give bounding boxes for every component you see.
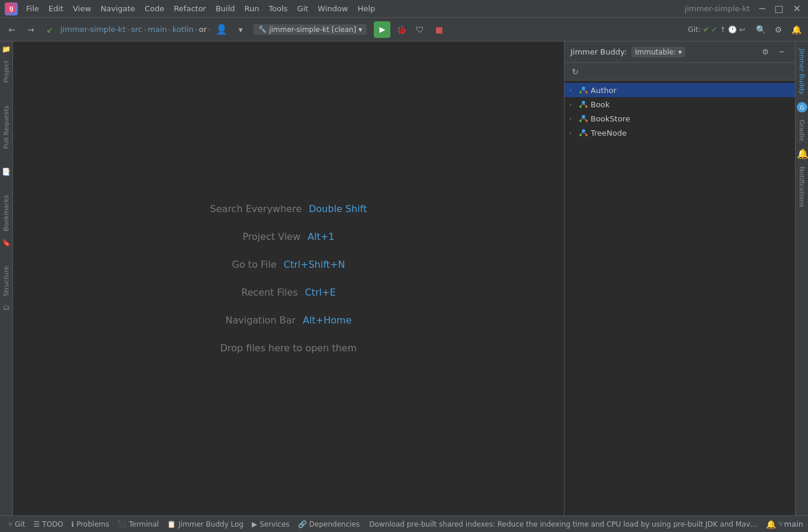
tree-label-author: Author bbox=[591, 86, 617, 95]
stop-button[interactable]: ■ bbox=[431, 21, 447, 38]
tree-item-book[interactable]: › Book bbox=[565, 97, 795, 111]
status-dependencies[interactable]: 🔗 Dependencies bbox=[294, 516, 363, 532]
panel-title: Jimmer Buddy: bbox=[570, 47, 627, 56]
right-panel-header: Jimmer Buddy: Immutable: ▾ ⚙ ─ bbox=[565, 41, 795, 63]
breadcrumb-kotlin[interactable]: kotlin bbox=[172, 25, 194, 34]
panel-minimize-button[interactable]: ─ bbox=[775, 45, 789, 59]
menu-view[interactable]: View bbox=[69, 3, 95, 14]
settings-button[interactable]: ⚙ bbox=[770, 21, 787, 38]
hint-search-text: Search Everywhere bbox=[210, 203, 302, 214]
status-jimmer-log-label: Jimmer Buddy Log bbox=[178, 520, 243, 528]
status-problems[interactable]: ℹ Problems bbox=[68, 516, 113, 532]
svg-point-17 bbox=[582, 129, 585, 133]
status-jimmer-log[interactable]: 📋 Jimmer Buddy Log bbox=[163, 516, 247, 532]
right-tab-jimmer[interactable]: Jimmer Buddy bbox=[797, 44, 807, 100]
status-services[interactable]: ▶ Services bbox=[248, 516, 293, 532]
breadcrumb-src[interactable]: src bbox=[131, 25, 142, 34]
forward-button[interactable]: → bbox=[23, 21, 39, 38]
menu-file[interactable]: File bbox=[23, 3, 43, 14]
git-history-icon[interactable]: 🕐 bbox=[728, 25, 737, 34]
tree-item-treenode[interactable]: › TreeNode bbox=[565, 126, 795, 140]
todo-icon: ☰ bbox=[33, 520, 40, 528]
sidebar-item-structure[interactable]: Structure bbox=[1, 261, 11, 301]
status-git[interactable]: ⑂ Git bbox=[5, 516, 28, 532]
panel-settings-button[interactable]: ⚙ bbox=[758, 45, 772, 59]
tree-arrow-bookstore: › bbox=[569, 116, 576, 122]
structure-icon[interactable]: 🗂 bbox=[1, 302, 12, 313]
tree-label-treenode: TreeNode bbox=[591, 129, 627, 137]
debug-button[interactable]: 🐞 bbox=[393, 21, 409, 38]
profile-button[interactable]: 👤 bbox=[213, 21, 230, 38]
hint-project-key: Alt+1 bbox=[307, 231, 334, 242]
git-check-icon[interactable]: ✓ bbox=[711, 25, 717, 34]
breadcrumb-project[interactable]: jimmer-simple-kt bbox=[60, 25, 126, 34]
left-top-icon[interactable]: 📁 bbox=[1, 44, 12, 55]
coverage-button[interactable]: 🛡 bbox=[412, 21, 428, 38]
menu-code[interactable]: Code bbox=[141, 3, 168, 14]
notifications-button[interactable]: 🔔 bbox=[788, 21, 804, 38]
hint-search: Search Everywhere Double Shift bbox=[210, 203, 367, 214]
svg-line-20 bbox=[581, 133, 583, 134]
services-icon: ▶ bbox=[252, 520, 257, 528]
right-tab-gradle[interactable]: Gradle bbox=[797, 115, 807, 146]
tree-arrow-author: › bbox=[569, 87, 576, 94]
menu-git[interactable]: Git bbox=[294, 3, 312, 14]
tree-item-author[interactable]: › Author bbox=[565, 83, 795, 97]
menu-help[interactable]: Help bbox=[354, 3, 379, 14]
panel-type-dropdown[interactable]: Immutable: ▾ bbox=[631, 47, 685, 57]
app-logo: IJ bbox=[5, 2, 18, 15]
svg-line-5 bbox=[581, 90, 583, 91]
tree-label-bookstore: BookStore bbox=[591, 114, 630, 123]
refresh-button[interactable]: ↻ bbox=[568, 65, 582, 79]
minimize-button[interactable]: ─ bbox=[757, 3, 768, 14]
git-label: Git: bbox=[688, 25, 700, 34]
drop-hint: Drop files here to open them bbox=[220, 342, 357, 354]
status-branch[interactable]: ⑂ main bbox=[778, 520, 803, 528]
git-push-icon[interactable]: ✔ bbox=[703, 25, 709, 34]
branch-selector[interactable]: 🔧 jimmer-simple-kt [clean] ▾ bbox=[254, 24, 367, 35]
menu-refactor[interactable]: Refactor bbox=[170, 3, 210, 14]
breadcrumb-or: or bbox=[199, 25, 207, 34]
sidebar-item-bookmarks[interactable]: Bookmarks bbox=[1, 190, 11, 236]
status-terminal[interactable]: ⬛ Terminal bbox=[114, 516, 162, 532]
breadcrumb-main[interactable]: main bbox=[148, 25, 166, 34]
tree-arrow-book: › bbox=[569, 101, 576, 108]
sidebar-item-project[interactable]: Project bbox=[1, 56, 11, 88]
menu-tools[interactable]: Tools bbox=[265, 3, 291, 14]
menu-edit[interactable]: Edit bbox=[45, 3, 67, 14]
entity-tree: › Author › bbox=[565, 81, 795, 515]
search-everywhere-button[interactable]: 🔍 bbox=[752, 21, 769, 38]
editor-area[interactable]: Search Everywhere Double Shift Project V… bbox=[13, 41, 564, 515]
entity-icon-bookstore bbox=[579, 114, 588, 123]
svg-line-16 bbox=[583, 118, 586, 120]
notification-bell-icon[interactable]: 🔔 bbox=[797, 148, 807, 159]
menu-window[interactable]: Window bbox=[314, 3, 351, 14]
maximize-button[interactable]: □ bbox=[772, 3, 785, 14]
svg-point-18 bbox=[579, 134, 582, 136]
svg-line-11 bbox=[583, 104, 586, 105]
back-button[interactable]: ← bbox=[4, 21, 20, 38]
status-terminal-label: Terminal bbox=[129, 520, 159, 528]
sidebar-item-pull-requests[interactable]: Pull Requests bbox=[1, 101, 11, 153]
tree-item-bookstore[interactable]: › BookStore bbox=[565, 111, 795, 126]
bookmark-icon[interactable]: 🔖 bbox=[1, 238, 12, 248]
git-branch-icon[interactable]: ↑ bbox=[720, 25, 726, 34]
menu-navigate[interactable]: Navigate bbox=[97, 3, 139, 14]
hint-goto-key: Ctrl+Shift+N bbox=[284, 259, 345, 270]
hint-navbar: Navigation Bar Alt+Home bbox=[225, 315, 351, 326]
svg-line-10 bbox=[581, 104, 583, 105]
git-undo-icon[interactable]: ↩ bbox=[739, 25, 745, 34]
menu-run[interactable]: Run bbox=[241, 3, 263, 14]
recent-files-button[interactable]: ↙ bbox=[41, 21, 58, 38]
nav-extra-button[interactable]: ▾ bbox=[232, 21, 249, 38]
run-button[interactable]: ▶ bbox=[374, 21, 390, 38]
hint-search-key: Double Shift bbox=[309, 203, 367, 214]
left-icon-2[interactable]: 📑 bbox=[1, 166, 12, 177]
svg-point-2 bbox=[582, 86, 585, 90]
svg-point-13 bbox=[579, 120, 582, 122]
right-tab-notifications[interactable]: Notifications bbox=[797, 162, 807, 212]
status-todo[interactable]: ☰ TODO bbox=[30, 516, 66, 532]
close-button[interactable]: ✕ bbox=[791, 3, 803, 14]
status-notification-icon[interactable]: 🔔 bbox=[766, 520, 776, 529]
menu-build[interactable]: Build bbox=[212, 3, 239, 14]
